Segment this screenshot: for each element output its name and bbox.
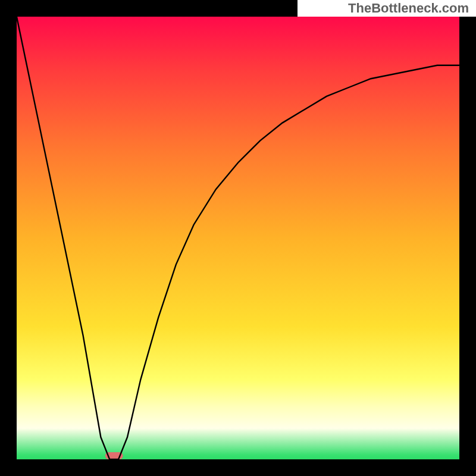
- bottleneck-curve: [17, 17, 459, 459]
- chart-frame: TheBottleneck.com: [0, 0, 476, 476]
- watermark: TheBottleneck.com: [298, 0, 476, 17]
- curve-svg: [17, 17, 459, 459]
- plot-area: [17, 17, 459, 459]
